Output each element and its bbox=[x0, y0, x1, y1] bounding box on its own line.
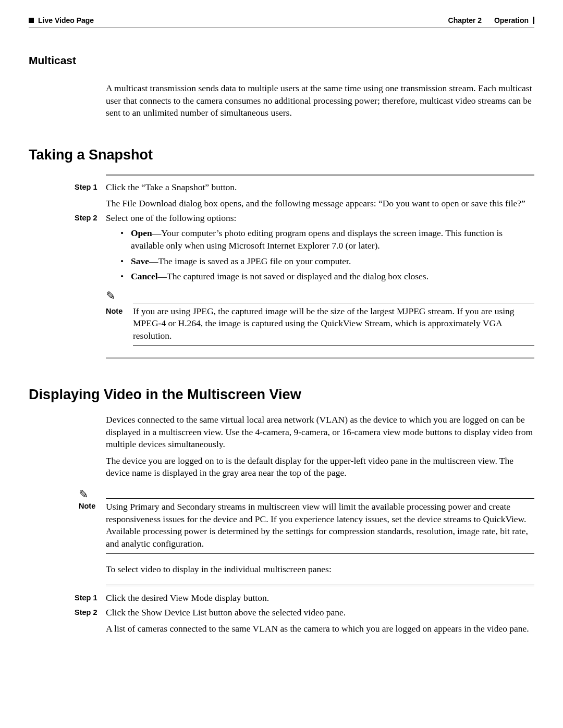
bullet-save-text: —The image is saved as a JPEG file on yo… bbox=[149, 256, 351, 266]
multiscreen-step2-line1: Click the Show Device List button above … bbox=[106, 607, 534, 619]
multiscreen-p1: Devices connected to the same virtual lo… bbox=[106, 414, 534, 451]
step-label: Step 1 bbox=[75, 592, 106, 603]
snapshot-bottom-rule bbox=[106, 357, 534, 359]
bullet-save: • Save—The image is saved as a JPEG file… bbox=[120, 255, 534, 268]
multiscreen-step-2: Step 2 Click the Show Device List button… bbox=[29, 607, 534, 635]
multiscreen-steps-rule bbox=[106, 585, 534, 587]
multiscreen-note-text: Using Primary and Secondary streams in m… bbox=[106, 501, 534, 550]
snapshot-step-2: Step 2 Select one of the following optio… bbox=[29, 212, 534, 225]
pencil-icon: ✎ bbox=[79, 487, 106, 502]
bullet-open-text: —Your computer’s photo editing program o… bbox=[131, 228, 503, 251]
bullet-open: • Open—Your computer’s photo editing pro… bbox=[120, 227, 534, 252]
document-page: Live Video Page Chapter 2 Operation Mult… bbox=[0, 0, 563, 728]
step-label: Step 2 bbox=[75, 212, 106, 224]
multiscreen-step1-text: Click the desired View Mode display butt… bbox=[106, 592, 534, 604]
header-marker-icon bbox=[29, 18, 34, 23]
multiscreen-heading: Displaying Video in the Multiscreen View bbox=[29, 385, 534, 404]
multicast-heading: Multicast bbox=[29, 53, 534, 68]
multiscreen-note: ✎ Note Using Primary and Secondary strea… bbox=[29, 487, 534, 554]
bullet-open-bold: Open bbox=[131, 228, 152, 238]
note-label: Note bbox=[79, 501, 106, 512]
page-header: Live Video Page Chapter 2 Operation bbox=[29, 16, 534, 26]
header-rule bbox=[29, 28, 534, 28]
step-label: Step 1 bbox=[75, 181, 106, 193]
bullet-cancel-bold: Cancel bbox=[131, 271, 158, 281]
multiscreen-p3: To select video to display in the indivi… bbox=[106, 563, 534, 576]
header-chapter-label: Chapter 2 bbox=[448, 16, 482, 26]
multicast-body: A multicast transmission sends data to m… bbox=[106, 82, 534, 119]
snapshot-note-text: If you are using JPEG, the captured imag… bbox=[133, 305, 534, 342]
snapshot-step1-line1: Click the “Take a Snapshot” button. bbox=[106, 181, 534, 194]
snapshot-step2-intro: Select one of the following options: bbox=[106, 212, 534, 225]
pencil-icon: ✎ bbox=[106, 288, 534, 304]
header-chapter-title: Operation bbox=[494, 16, 529, 26]
multiscreen-p2: The device you are logged on to is the d… bbox=[106, 455, 534, 479]
multiscreen-step2-line2: A list of cameras connected to the same … bbox=[106, 623, 534, 635]
multiscreen-step-1: Step 1 Click the desired View Mode displ… bbox=[29, 592, 534, 604]
snapshot-step1-line2: The File Download dialog box opens, and … bbox=[106, 198, 534, 210]
snapshot-top-rule bbox=[106, 174, 534, 176]
bullet-cancel: • Cancel—The captured image is not saved… bbox=[120, 270, 534, 283]
step-label: Step 2 bbox=[75, 607, 106, 618]
header-bar-icon bbox=[533, 17, 534, 24]
bullet-save-bold: Save bbox=[131, 256, 149, 266]
snapshot-heading: Taking a Snapshot bbox=[29, 145, 534, 164]
snapshot-note: ✎ Note If you are using JPEG, the captur… bbox=[106, 288, 534, 346]
snapshot-step-1: Step 1 Click the “Take a Snapshot” butto… bbox=[29, 181, 534, 210]
note-label: Note bbox=[106, 305, 133, 342]
header-section-title: Live Video Page bbox=[38, 16, 94, 26]
bullet-cancel-text: —The captured image is not saved or disp… bbox=[158, 271, 429, 281]
